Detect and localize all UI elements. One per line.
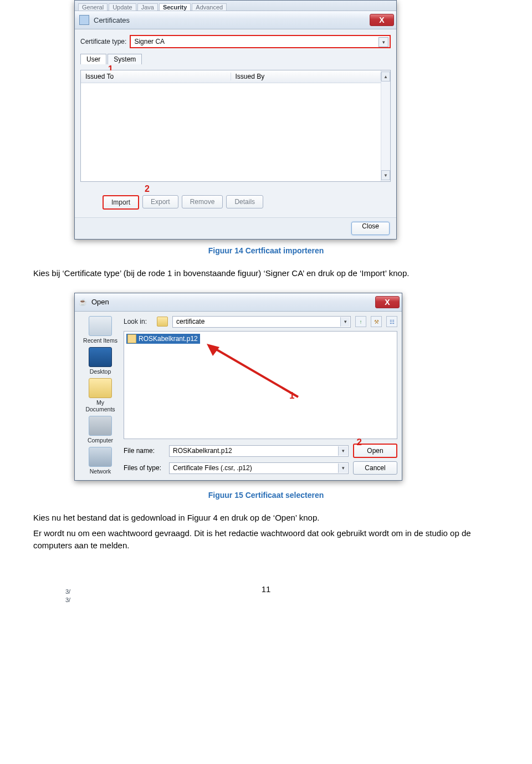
svg-line-0: [212, 347, 298, 397]
computer-icon: [89, 416, 112, 436]
network-icon: [89, 447, 112, 467]
place-computer[interactable]: Computer: [81, 416, 120, 444]
certificates-dialog: General Update Java Security Advanced Ce…: [74, 0, 397, 240]
tab-advanced[interactable]: Advanced: [192, 3, 227, 11]
open-annotation-1: 1: [289, 390, 294, 401]
lookin-label: Look in:: [124, 318, 152, 325]
tab-general[interactable]: General: [78, 3, 108, 11]
place-network-label: Network: [90, 468, 111, 475]
window-icon: [79, 15, 89, 25]
filetype-value: Certificate Files (.csr, .p12): [173, 464, 252, 472]
close-button[interactable]: X: [370, 14, 394, 26]
file-list-area[interactable]: ROSKabelkrant.p12 1: [124, 331, 397, 439]
filename-value: ROSKabelkrant.p12: [173, 447, 232, 455]
open-close-button[interactable]: X: [375, 296, 400, 308]
lookin-value: certificate: [176, 318, 204, 325]
chevron-down-icon[interactable]: ▾: [378, 37, 388, 47]
sliver-1: 3/: [65, 588, 72, 596]
col-issued-to[interactable]: Issued To: [81, 73, 231, 80]
folder-icon: [157, 317, 168, 327]
tab-system[interactable]: System: [108, 54, 142, 64]
tab-java[interactable]: Java: [137, 3, 158, 11]
place-documents[interactable]: My Documents: [81, 378, 120, 412]
cancel-button[interactable]: Cancel: [353, 461, 397, 475]
place-computer-label: Computer: [88, 437, 113, 444]
svg-marker-1: [207, 344, 219, 356]
scrollbar[interactable]: ▲ ▼: [381, 70, 390, 181]
cert-file-icon: [127, 334, 136, 343]
places-bar: Recent Items Desktop My Documents Comput…: [77, 316, 124, 475]
page-number: 11: [33, 584, 499, 594]
desktop-icon: [89, 347, 112, 367]
tab-update[interactable]: Update: [109, 3, 136, 11]
scroll-up-icon[interactable]: ▲: [381, 72, 390, 82]
titlebar: Certificates X: [75, 11, 396, 29]
paragraph-2: Kies nu het bestand dat is gedownload in…: [33, 512, 499, 524]
filetype-combo[interactable]: Certificate Files (.csr, .p12) ▾: [169, 462, 349, 474]
view-menu-icon[interactable]: ☷: [386, 316, 397, 327]
import-button[interactable]: Import: [103, 195, 139, 210]
filetype-label: Files of type:: [124, 464, 165, 472]
close-button-footer[interactable]: Close: [351, 222, 390, 235]
col-issued-by[interactable]: Issued By: [231, 73, 381, 80]
open-annotation-2: 2: [357, 437, 362, 448]
java-icon: ☕: [78, 298, 87, 307]
details-button[interactable]: Details: [226, 195, 263, 208]
parent-tabstrip: General Update Java Security Advanced: [75, 1, 396, 11]
place-recent[interactable]: Recent Items: [81, 316, 120, 344]
chevron-down-icon[interactable]: ▾: [340, 317, 350, 327]
open-title: Open: [91, 298, 375, 306]
sliver-2: 3/: [65, 596, 72, 604]
chevron-down-icon[interactable]: ▾: [338, 446, 347, 456]
place-desktop-label: Desktop: [90, 368, 111, 375]
recent-icon: [89, 316, 112, 336]
remove-button[interactable]: Remove: [182, 195, 223, 208]
cert-list: Issued To Issued By ▲ ▼: [80, 70, 391, 182]
place-network[interactable]: Network: [81, 447, 120, 475]
file-item-name: ROSKabelkrant.p12: [139, 335, 198, 343]
open-dialog: ☕ Open X Recent Items Desktop My Documen…: [74, 293, 402, 481]
annotation-arrow-icon: [204, 342, 304, 403]
chevron-down-icon[interactable]: ▾: [338, 464, 347, 473]
file-item-selected[interactable]: ROSKabelkrant.p12: [126, 334, 200, 344]
filename-input[interactable]: ROSKabelkrant.p12 ▾: [169, 445, 349, 457]
figure14-caption: Figuur 14 Certficaat importeren: [33, 246, 499, 255]
tab-security[interactable]: Security: [159, 3, 191, 11]
place-desktop[interactable]: Desktop: [81, 347, 120, 375]
open-titlebar: ☕ Open X: [75, 293, 402, 312]
figure15-caption: Figuur 15 Certificaat selecteren: [33, 491, 499, 500]
background-text-sliver: 3/ 3/ og: [65, 588, 72, 617]
filename-label: File name:: [124, 447, 165, 455]
window-title: Certificates: [94, 16, 370, 24]
paragraph-3: Er wordt nu om een wachtwoord gevraagd. …: [33, 527, 499, 552]
lookin-combo[interactable]: certificate ▾: [172, 316, 351, 328]
new-folder-icon[interactable]: ⚒: [371, 316, 382, 327]
export-button[interactable]: Export: [142, 195, 178, 208]
scroll-down-icon[interactable]: ▼: [381, 170, 390, 180]
up-one-level-icon[interactable]: ↑: [355, 316, 366, 327]
dialog-body: Certificate type: Signer CA ▾ User Syste…: [75, 29, 396, 217]
cert-type-combo[interactable]: Signer CA ▾: [130, 35, 391, 48]
place-recent-label: Recent Items: [83, 337, 117, 344]
cert-type-label: Certificate type:: [80, 38, 126, 45]
documents-icon: [89, 378, 112, 398]
tab-user[interactable]: User: [80, 54, 106, 64]
cert-type-value: Signer CA: [134, 38, 165, 45]
place-documents-label: My Documents: [85, 399, 115, 412]
paragraph-1: Kies bij ‘Certificate type’ (bij de rode…: [33, 267, 499, 279]
